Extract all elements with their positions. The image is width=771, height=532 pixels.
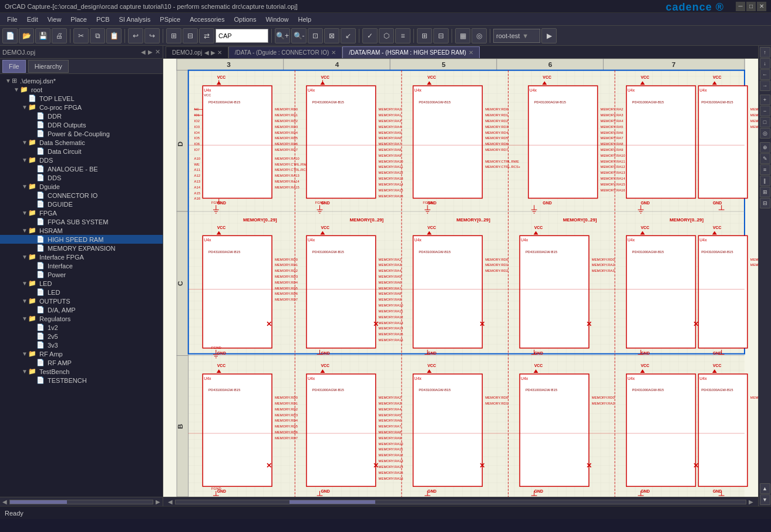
mirror-btn[interactable]: ⇄: [199, 28, 214, 43]
h-scrollbar[interactable]: ◀ ▶: [163, 497, 758, 506]
rt-btn-scroll-dn[interactable]: ▼: [760, 494, 770, 505]
redo-btn[interactable]: ↪: [144, 28, 160, 43]
rt-btn-12[interactable]: ∥: [760, 176, 770, 186]
tree-item-28[interactable]: 📄1v2: [0, 323, 163, 332]
tree-item-1[interactable]: ▼📁root: [0, 85, 163, 94]
tree-item-33[interactable]: ▼📁TestBench: [0, 367, 163, 376]
tree-item-11[interactable]: 📄DDS: [0, 173, 163, 182]
scope-btn[interactable]: ◎: [472, 28, 487, 43]
tree-item-31[interactable]: ▼📁RF Amp: [0, 349, 163, 358]
tree-item-8[interactable]: 📄Data Circuit: [0, 147, 163, 156]
scroll-right-arrow[interactable]: ▶: [153, 497, 163, 506]
tree-item-17[interactable]: ▼📁HSRAM: [0, 226, 163, 235]
zoom-fit-btn[interactable]: ⊡: [308, 28, 323, 43]
menu-place[interactable]: Place: [66, 13, 92, 26]
root-test-dropdown[interactable]: root-test ▼: [493, 29, 540, 43]
grid2-btn[interactable]: ⊟: [433, 28, 449, 43]
rt-btn-5[interactable]: +: [760, 95, 770, 105]
tree-item-7[interactable]: ▼📁Data Schematic: [0, 138, 163, 147]
tree-item-29[interactable]: 📄2v5: [0, 332, 163, 341]
tree-item-20[interactable]: ▼📁Interface FPGA: [0, 252, 163, 261]
tree-item-30[interactable]: 📄3v3: [0, 341, 163, 349]
rt-btn-3[interactable]: ←: [760, 69, 770, 80]
tab1-close[interactable]: ✕: [331, 49, 336, 56]
copy-btn[interactable]: ⧉: [90, 28, 105, 43]
tree-item-32[interactable]: 📄RF AMP: [0, 358, 163, 367]
tree-item-13[interactable]: 📄CONNECTOR IO: [0, 191, 163, 200]
place-grid-btn[interactable]: ⊟: [183, 28, 198, 43]
menu-file[interactable]: File: [2, 13, 22, 26]
tree-item-5[interactable]: 📄DDR Outputs: [0, 120, 163, 129]
rt-btn-9[interactable]: ⊕: [760, 142, 770, 153]
menu-si-analysis[interactable]: SI Analysis: [115, 13, 156, 26]
tree-item-6[interactable]: 📄Power & De-Coupling: [0, 129, 163, 138]
scroll-h-left[interactable]: ◀: [166, 497, 175, 506]
tab-demoj[interactable]: DEMOJ.opj ◀ ▶ ✕: [166, 46, 228, 58]
rt-btn-8[interactable]: ◎: [760, 128, 770, 139]
tree-item-9[interactable]: ▼📁DDS: [0, 156, 163, 164]
menu-pcb[interactable]: PCB: [92, 13, 115, 26]
panel-arrow-right[interactable]: ▶: [148, 49, 153, 55]
zoom-area-btn[interactable]: ⊠: [324, 28, 339, 43]
tree-item-21[interactable]: 📄Interface: [0, 261, 163, 270]
tab-file[interactable]: File: [2, 60, 26, 73]
netlist-btn[interactable]: ⬡: [379, 28, 394, 43]
rt-btn-scroll-up[interactable]: ▲: [760, 483, 770, 494]
tab-data-dguide[interactable]: /DATA - (Dguide : CONNECTOR IO) ✕: [228, 46, 343, 58]
cap-input[interactable]: [216, 29, 268, 43]
panel-close-btn[interactable]: ✕: [155, 48, 160, 56]
panel-arrow-left[interactable]: ◀: [141, 49, 146, 55]
win-maximize-btn[interactable]: □: [746, 2, 756, 11]
save-btn[interactable]: 💾: [35, 28, 50, 43]
schematic-area[interactable]: 3 4 5 6 7 D C B: [163, 59, 758, 497]
tree-item-26[interactable]: 📄D/A, AMP: [0, 305, 163, 314]
open-btn[interactable]: 📂: [19, 28, 34, 43]
search-go-btn[interactable]: ▶: [541, 28, 557, 43]
tree-item-4[interactable]: 📄DDR: [0, 112, 163, 120]
menu-accessories[interactable]: Accessories: [185, 13, 229, 26]
tab2-close[interactable]: ✕: [469, 49, 473, 56]
rt-btn-4[interactable]: →: [760, 80, 770, 91]
bom-btn[interactable]: ≡: [395, 28, 410, 43]
zoom-in-btn[interactable]: 🔍+: [275, 28, 290, 43]
tree-item-2[interactable]: 📄TOP LEVEL: [0, 94, 163, 103]
menu-window[interactable]: Window: [261, 13, 293, 26]
h-scrollbar-track[interactable]: [175, 500, 746, 504]
rt-btn-14[interactable]: ⊟: [760, 198, 770, 208]
tree-item-0[interactable]: ▼⊞.\demoj.dsn*: [0, 76, 163, 85]
zoom-prev-btn[interactable]: ↙: [341, 28, 356, 43]
rt-btn-6[interactable]: −: [760, 106, 770, 116]
undo-btn[interactable]: ↩: [128, 28, 143, 43]
menu-pspice[interactable]: PSpice: [155, 13, 185, 26]
tree-item-14[interactable]: 📄DGUIDE: [0, 200, 163, 208]
zoom-out-btn[interactable]: 🔍-: [291, 28, 307, 43]
menu-help[interactable]: Help: [294, 13, 317, 26]
tree-item-12[interactable]: ▼📁Dguide: [0, 182, 163, 191]
tree-item-27[interactable]: ▼📁Regulators: [0, 314, 163, 323]
rt-btn-2[interactable]: ↓: [760, 58, 770, 69]
drc-btn[interactable]: ✓: [362, 28, 378, 43]
rt-btn-11[interactable]: ≡: [760, 164, 770, 175]
rt-btn-10[interactable]: ✎: [760, 153, 770, 164]
tree-item-10[interactable]: 📄ANALOGUE - BE: [0, 164, 163, 173]
tree-item-18[interactable]: 📄HIGH SPEED RAM: [0, 235, 163, 244]
demoj-close[interactable]: ◀ ▶ ✕: [204, 49, 222, 56]
tree-item-24[interactable]: 📄LED: [0, 288, 163, 297]
tab-hierarchy[interactable]: Hierarchy: [28, 60, 69, 73]
rt-btn-1[interactable]: ↑: [760, 47, 770, 58]
tree-item-19[interactable]: 📄MEMORY EXPANSION: [0, 244, 163, 252]
win-close-btn[interactable]: ✕: [757, 2, 766, 11]
cut-btn[interactable]: ✂: [73, 28, 89, 43]
tree-item-3[interactable]: ▼📁Co-proc FPGA: [0, 103, 163, 112]
print-btn[interactable]: 🖨: [52, 28, 67, 43]
tree-item-25[interactable]: ▼📁OUTPUTS: [0, 297, 163, 305]
h-scroll-thumb[interactable]: [289, 500, 375, 504]
tree-item-15[interactable]: ▼📁FPGA: [0, 208, 163, 217]
tree-item-22[interactable]: 📄Power: [0, 270, 163, 279]
scroll-left-arrow[interactable]: ◀: [0, 497, 9, 506]
menu-view[interactable]: View: [43, 13, 66, 26]
tree-item-23[interactable]: ▼📁LED: [0, 279, 163, 288]
tab-data-ram[interactable]: /DATA/RAM - (HSRAM : HIGH SPEED RAM) ✕: [342, 46, 480, 58]
win-minimize-btn[interactable]: ─: [736, 2, 745, 11]
paste-btn[interactable]: 📋: [106, 28, 122, 43]
